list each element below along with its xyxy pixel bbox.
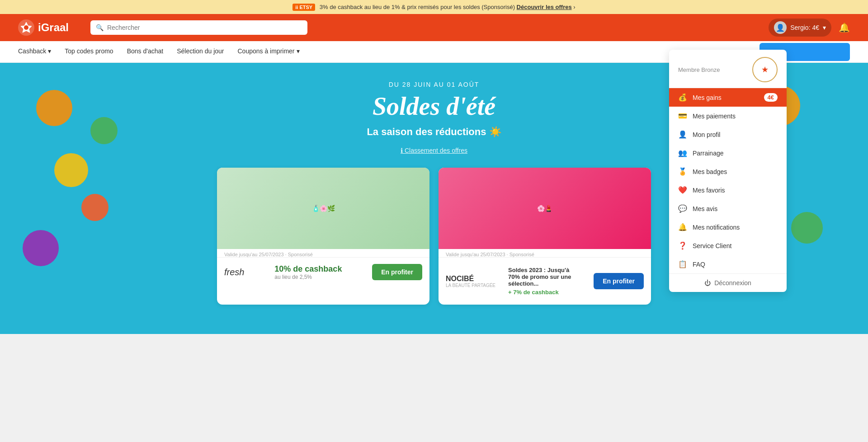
card-nocibe-footer: NOCIBÉ LA BEAUTÉ PARTAGÉE Soldes 2023 : … <box>439 257 651 305</box>
dropdown-header: Membre Bronze ★ <box>669 50 787 88</box>
gains-icon: 💰 <box>678 93 687 102</box>
dropdown-service-client[interactable]: ❓ Service Client <box>669 236 787 255</box>
faq-icon: 📋 <box>678 260 687 268</box>
favoris-icon: ❤️ <box>678 186 687 194</box>
nav-coupons[interactable]: Coupons à imprimer ▾ <box>237 41 299 62</box>
star-icon: ★ <box>761 65 769 75</box>
service-client-label: Service Client <box>693 242 731 249</box>
avis-icon: 💬 <box>678 204 687 213</box>
card-fresh: 🧴🌸🌿 Valide jusqu'au 25/07/2023 · Sponsor… <box>217 168 429 305</box>
badges-icon: 🏅 <box>678 167 687 176</box>
dropdown-mes-paiements[interactable]: 💳 Mes paiements <box>669 107 787 125</box>
banner-text: 3% de cashback au lieu de 1% & prix remi… <box>320 4 480 10</box>
chevron-down-icon: ▾ <box>297 47 300 55</box>
notifications-icon: 🔔 <box>678 223 687 231</box>
avis-label: Mes avis <box>693 205 717 212</box>
search-icon: 🔍 <box>96 24 104 31</box>
dropdown-mes-avis[interactable]: 💬 Mes avis <box>669 199 787 218</box>
service-client-icon: ❓ <box>678 241 687 250</box>
favoris-label: Mes favoris <box>693 187 725 194</box>
profil-icon: 👤 <box>678 130 687 139</box>
user-menu-button[interactable]: 👤 Sergio: 4€ ▾ <box>769 19 831 37</box>
user-dropdown-menu: Membre Bronze ★ 💰 Mes gains 4€ 💳 Mes pai… <box>669 50 787 292</box>
nocibe-desc-block: Soldes 2023 : Jusqu'à 70% de promo sur u… <box>495 264 594 298</box>
gains-badge: 4€ <box>764 93 778 102</box>
decoration-blob <box>90 117 118 144</box>
notification-bell-icon[interactable]: 🔔 <box>839 22 850 33</box>
hero-tagline: La saison des réductions ☀️ <box>367 126 501 138</box>
fresh-brand: fresh <box>224 267 244 277</box>
nav-selection-jour[interactable]: Sélection du jour <box>177 41 224 62</box>
parrainage-icon: 👥 <box>678 149 687 157</box>
decoration-blob <box>791 212 823 244</box>
card-nocibe-image: 🌸💄 <box>439 168 651 249</box>
header-right: 👤 Sergio: 4€ ▾ 🔔 <box>769 19 850 37</box>
nocibe-cashback: + 7% de cashback <box>501 289 588 298</box>
fresh-profiter-button[interactable]: En profiter <box>372 264 422 280</box>
avatar: 👤 <box>774 21 787 34</box>
logout-icon: ⏻ <box>704 279 711 287</box>
nocibe-description: Soldes 2023 : Jusqu'à 70% de promo sur u… <box>501 264 588 289</box>
dropdown-mes-notifications[interactable]: 🔔 Mes notifications <box>669 218 787 236</box>
hero-ranking-link[interactable]: ℹ Classement des offres <box>401 147 467 154</box>
badges-label: Mes badges <box>693 168 727 175</box>
dropdown-mes-favoris[interactable]: ❤️ Mes favoris <box>669 181 787 199</box>
svg-point-2 <box>24 25 28 30</box>
decoration-blob <box>36 90 72 126</box>
decoration-blob <box>81 194 108 221</box>
top-banner: ii ETSY 3% de cashback au lieu de 1% & p… <box>0 0 868 14</box>
paiements-label: Mes paiements <box>693 113 736 120</box>
dropdown-parrainage[interactable]: 👥 Parrainage <box>669 144 787 162</box>
nocibe-tagline: LA BEAUTÉ PARTAGÉE <box>446 283 495 288</box>
nocibe-brand-block: NOCIBÉ LA BEAUTÉ PARTAGÉE <box>446 275 495 288</box>
gains-label: Mes gains <box>693 94 722 101</box>
dropdown-mes-badges[interactable]: 🏅 Mes badges <box>669 162 787 181</box>
card-fresh-footer: fresh 10% de cashback au lieu de 2,5% En… <box>217 257 429 287</box>
header: iGraal 🔍 👤 Sergio: 4€ ▾ 🔔 <box>0 14 868 41</box>
card-fresh-image: 🧴🌸🌿 <box>217 168 429 249</box>
membre-label: Membre Bronze <box>678 66 720 73</box>
chevron-down-icon: ▾ <box>48 47 51 55</box>
card-fresh-validity: Valide jusqu'au 25/07/2023 · Sponsorisé <box>217 249 429 257</box>
paiements-icon: 💳 <box>678 112 687 120</box>
search-bar[interactable]: 🔍 <box>90 20 307 35</box>
user-label: Sergio: 4€ <box>790 24 819 31</box>
search-input[interactable] <box>107 24 302 31</box>
fresh-cashback-sub: au lieu de 2,5% <box>274 274 342 280</box>
etsy-badge: ii ETSY <box>292 4 315 11</box>
logout-label: Déconnexion <box>714 279 751 287</box>
nav-bons-achat[interactable]: Bons d'achat <box>127 41 164 62</box>
fresh-cashback: 10% de cashback au lieu de 2,5% <box>274 264 342 280</box>
decoration-blob <box>23 230 59 266</box>
dropdown-mes-gains[interactable]: 💰 Mes gains 4€ <box>669 88 787 107</box>
card-nocibe-validity: Valide jusqu'au 25/07/2023 · Sponsorisé <box>439 249 651 257</box>
notifications-label: Mes notifications <box>693 224 740 231</box>
cards-row: 🧴🌸🌿 Valide jusqu'au 25/07/2023 · Sponsor… <box>208 168 660 305</box>
logout-button[interactable]: ⏻ Déconnexion <box>669 273 787 292</box>
decoration-blob <box>54 153 88 187</box>
banner-arrow: › <box>573 4 575 10</box>
chevron-down-icon: ▾ <box>823 24 826 31</box>
nav-top-codes[interactable]: Top codes promo <box>65 41 113 62</box>
fresh-logo: fresh <box>224 267 244 277</box>
nav-cashback[interactable]: Cashback ▾ <box>18 41 51 62</box>
dropdown-faq[interactable]: 📋 FAQ <box>669 255 787 273</box>
bronze-badge: ★ <box>752 57 778 82</box>
card-nocibe: 🌸💄 Valide jusqu'au 25/07/2023 · Sponsori… <box>439 168 651 305</box>
hero-title: Soldes d'été <box>373 92 495 121</box>
profil-label: Mon profil <box>693 131 720 138</box>
banner-link[interactable]: Découvrir les offres <box>517 4 572 10</box>
logo-icon <box>18 19 34 36</box>
fresh-cashback-pct: 10% de cashback <box>274 264 342 274</box>
logo[interactable]: iGraal <box>18 19 81 36</box>
parrainage-label: Parrainage <box>693 150 724 157</box>
dropdown-mon-profil[interactable]: 👤 Mon profil <box>669 125 787 144</box>
nocibe-logo: NOCIBÉ <box>446 275 495 283</box>
nocibe-profiter-button[interactable]: En profiter <box>594 273 644 289</box>
logo-text: iGraal <box>38 21 69 34</box>
hero-subtitle: DU 28 JUIN AU 01 AOÛT <box>389 81 480 88</box>
faq-label: FAQ <box>693 261 705 268</box>
banner-sponsor: (Sponsorisé) <box>481 4 515 10</box>
